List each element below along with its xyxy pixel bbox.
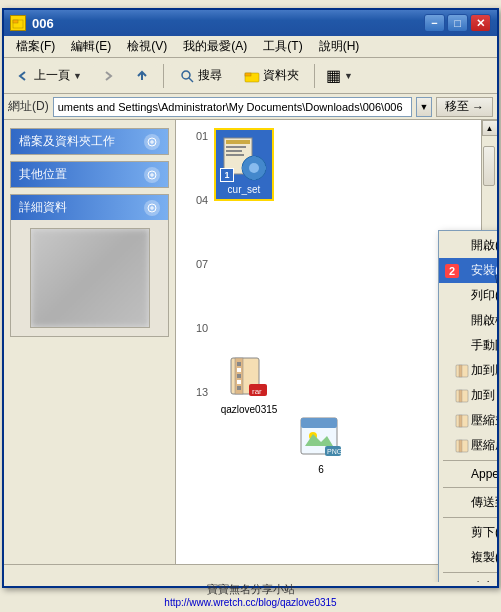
ctx-compress-send[interactable]: 壓縮並發郵件... (439, 408, 497, 433)
svg-rect-35 (459, 365, 462, 377)
qazlove-label: qazlove0315 (221, 404, 278, 415)
file-item-6[interactable]: PNG 6 (291, 410, 351, 479)
badge-2: 2 (445, 264, 459, 278)
go-button[interactable]: 移至 → (436, 97, 493, 117)
details-header[interactable]: 詳細資料 (11, 195, 168, 220)
toolbar-separator-2 (314, 64, 315, 88)
ctx-open-label: 開啟(O) (471, 237, 497, 254)
go-label: 移至 (445, 98, 469, 115)
other-places-title: 其他位置 (19, 166, 67, 183)
compress-send-icon (455, 414, 469, 428)
search-label: 搜尋 (198, 67, 222, 84)
edit-menu[interactable]: 編輯(E) (63, 36, 119, 57)
right-panel: 01 04 07 10 13 (176, 120, 497, 582)
ctx-compress-send-label: 壓縮並發郵件... (471, 412, 497, 429)
svg-rect-39 (459, 415, 462, 427)
view-icon: ▦ (326, 66, 341, 85)
ctx-send-to[interactable]: 傳送到(N) ▶ (439, 490, 497, 515)
address-label: 網址(D) (8, 98, 49, 115)
titlebar: 006 − □ ✕ (4, 10, 497, 36)
ctx-install[interactable]: 2 安裝(I) (439, 258, 497, 283)
ctx-appearance-label: Appearance (471, 467, 497, 481)
main-content: 檔案及資料夾工作 其他位置 (4, 120, 497, 582)
go-icon: → (472, 100, 484, 114)
scroll-thumb[interactable] (483, 146, 495, 186)
toolbar: 上一頁 ▼ 搜尋 資料夾 (4, 58, 497, 94)
close-button[interactable]: ✕ (470, 14, 491, 32)
ctx-sep-2 (443, 487, 497, 488)
svg-rect-13 (226, 154, 244, 156)
ctx-copy-label: 複製(C) (471, 549, 497, 566)
tools-menu[interactable]: 工具(T) (255, 36, 310, 57)
file-menu[interactable]: 檔案(F) (8, 36, 63, 57)
file-item-cur-set[interactable]: 1 cur_set (214, 128, 274, 201)
view-button[interactable]: ▦ ▼ (321, 63, 358, 88)
help-menu[interactable]: 說明(H) (311, 36, 368, 57)
svg-rect-16 (252, 156, 256, 160)
maximize-button[interactable]: □ (447, 14, 468, 32)
other-places-section: 其他位置 (10, 161, 169, 188)
ctx-copy[interactable]: 複製(C) (439, 545, 497, 570)
back-label: 上一頁 (34, 67, 70, 84)
svg-rect-37 (459, 390, 462, 402)
ctx-add-compress-label: 加到壓縮檔(A)... (471, 362, 497, 379)
ctx-print-label: 列印(P) (471, 287, 497, 304)
view-menu[interactable]: 檢視(V) (119, 36, 175, 57)
favorites-menu[interactable]: 我的最愛(A) (175, 36, 255, 57)
folders-button[interactable]: 資料夾 (235, 64, 308, 87)
ctx-scan[interactable]: 手動防護掃描所選擇的檔案 (439, 333, 497, 358)
scroll-up-arrow[interactable]: ▲ (482, 120, 498, 136)
file-tasks-expand[interactable] (144, 134, 160, 150)
details-expand[interactable] (144, 200, 160, 216)
ctx-add-cur[interactable]: 加到 "cur_set.rar"(T) (439, 383, 497, 408)
ctx-cut[interactable]: 剪下(T) (439, 520, 497, 545)
file-tasks-title: 檔案及資料夾工作 (19, 133, 115, 150)
svg-rect-1 (13, 20, 18, 23)
add-cur-icon (455, 389, 469, 403)
back-arrow: ▼ (73, 71, 82, 81)
other-places-header[interactable]: 其他位置 (11, 162, 168, 187)
left-panel: 檔案及資料夾工作 其他位置 (4, 120, 176, 582)
other-places-expand[interactable] (144, 167, 160, 183)
ctx-install-label: 安裝(I) (471, 262, 497, 279)
svg-rect-17 (252, 176, 256, 180)
svg-rect-30 (301, 418, 337, 428)
ctx-add-compress[interactable]: 加到壓縮檔(A)... (439, 358, 497, 383)
ctx-create-shortcut[interactable]: 建立捷徑(S) (439, 575, 497, 582)
svg-rect-18 (242, 166, 246, 170)
ctx-sep-3 (443, 517, 497, 518)
ctx-appearance[interactable]: Appearance (439, 463, 497, 485)
address-path: uments and Settings\Administrator\My Doc… (58, 101, 403, 113)
svg-rect-26 (237, 386, 241, 390)
ctx-create-shortcut-label: 建立捷徑(S) (471, 579, 497, 582)
details-body (11, 220, 168, 336)
svg-point-15 (249, 163, 259, 173)
file-item-qazlove[interactable]: rar qazlove0315 (214, 350, 284, 419)
file-tasks-header[interactable]: 檔案及資料夾工作 (11, 129, 168, 154)
watermark-url: http://www.wretch.cc/blog/qazlove0315 (2, 597, 499, 608)
svg-rect-25 (237, 380, 241, 384)
archive-icon: rar (225, 354, 273, 402)
search-button[interactable]: 搜尋 (170, 64, 231, 87)
thumbnail-image (31, 229, 149, 327)
file-tasks-section: 檔案及資料夾工作 (10, 128, 169, 155)
view-arrow: ▼ (344, 71, 353, 81)
back-button[interactable]: 上一頁 ▼ (8, 64, 89, 87)
address-field[interactable]: uments and Settings\Administrator\My Doc… (53, 97, 412, 117)
ctx-compress-cur-send[interactable]: 壓縮成 "cur_set.rar" 並發郵件 (439, 433, 497, 458)
forward-button[interactable] (93, 65, 123, 87)
ctx-compress-cur-send-label: 壓縮成 "cur_set.rar" 並發郵件 (471, 437, 497, 454)
ctx-print[interactable]: 列印(P) (439, 283, 497, 308)
context-menu: 開啟(O) 2 安裝(I) 列印(P) 開啟檔案(H)... 手動防護掃描所選擇… (438, 230, 497, 582)
svg-rect-5 (245, 73, 251, 76)
minimize-button[interactable]: − (424, 14, 445, 32)
address-dropdown[interactable]: ▼ (416, 97, 432, 117)
ctx-open[interactable]: 開啟(O) (439, 233, 497, 258)
thumbnail (30, 228, 150, 328)
explorer-window: 006 − □ ✕ 檔案(F) 編輯(E) 檢視(V) 我的最愛(A) 工具(T… (2, 8, 499, 588)
up-button[interactable] (127, 65, 157, 87)
svg-rect-12 (226, 150, 242, 152)
ctx-open-with[interactable]: 開啟檔案(H)... (439, 308, 497, 333)
ctx-add-cur-label: 加到 "cur_set.rar"(T) (471, 387, 497, 404)
line-num-10: 10 (196, 320, 208, 380)
